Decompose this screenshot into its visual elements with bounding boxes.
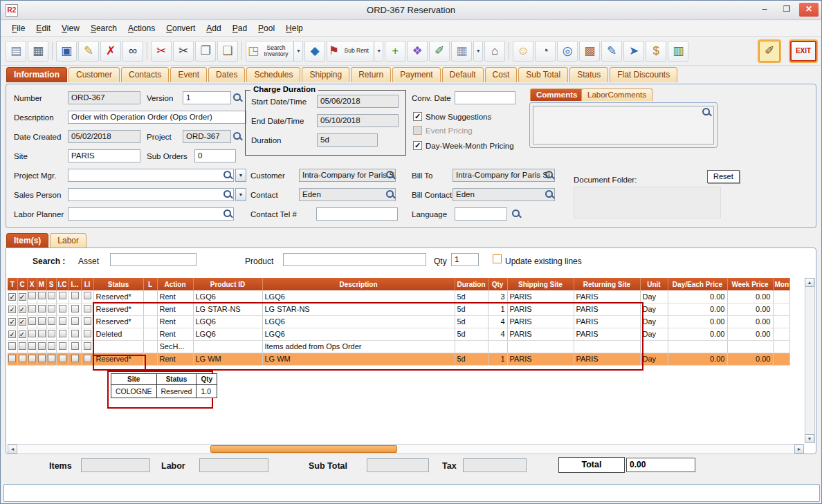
tab-shipping[interactable]: Shipping — [302, 67, 349, 82]
cell-action[interactable]: SecH... — [157, 340, 193, 353]
cell-product_id[interactable]: LG STAR-NS — [193, 303, 262, 315]
tab-payment[interactable]: Payment — [392, 67, 440, 82]
cell-action[interactable]: Rent — [157, 353, 193, 365]
row-checkbox[interactable] — [71, 355, 79, 362]
column-header[interactable]: Month — [773, 278, 789, 290]
column-header[interactable]: Week Price — [727, 278, 773, 290]
row-checkbox[interactable] — [48, 317, 55, 325]
scroll-down-arrow-icon[interactable]: ▼ — [805, 434, 814, 443]
cell-l[interactable] — [143, 315, 157, 328]
cell-product_id[interactable]: LG WM — [193, 353, 262, 365]
row-checkbox[interactable] — [59, 342, 66, 350]
row-checkbox[interactable] — [48, 342, 55, 350]
cell-duration[interactable]: 5d — [455, 315, 488, 328]
tab-contacts[interactable]: Contacts — [121, 67, 169, 82]
end-date-field[interactable]: 05/10/2018 — [317, 114, 399, 127]
table-row[interactable]: ✓✓Reserved*RentLGQ6LGQ65d4PARISPARISDay0… — [8, 315, 789, 328]
cell-duration[interactable]: 5d — [455, 328, 488, 340]
bill-to-search-icon[interactable] — [545, 170, 554, 180]
language-field[interactable] — [455, 207, 507, 221]
cell-shipping_site[interactable]: PARIS — [507, 303, 574, 315]
cell-day_price[interactable]: 0.00 — [668, 290, 727, 303]
row-checkbox[interactable] — [71, 330, 79, 337]
toolbar-button-find[interactable]: ∞ — [122, 41, 143, 62]
menu-item-convert[interactable]: Convert — [161, 22, 201, 35]
column-header[interactable]: I.I — [81, 278, 93, 290]
labor-planner-search-icon[interactable] — [223, 209, 232, 218]
conv-date-field[interactable] — [455, 91, 515, 104]
row-checkbox[interactable]: ✓ — [19, 293, 26, 301]
cell-month[interactable] — [773, 290, 789, 303]
toolbar-button-pad[interactable]: ▦ — [451, 41, 472, 62]
sub-orders-field[interactable]: 0 — [194, 149, 236, 162]
cell-week_price[interactable] — [727, 340, 773, 353]
row-checkbox[interactable] — [59, 305, 66, 312]
toolbar-button-smiley[interactable]: ☺ — [513, 41, 533, 62]
row-checkbox[interactable] — [38, 342, 46, 350]
tab-sub-total[interactable]: Sub Total — [518, 67, 568, 82]
row-checkbox[interactable] — [38, 305, 46, 312]
column-header[interactable]: C — [17, 278, 27, 290]
cell-shipping_site[interactable]: PARIS — [507, 328, 574, 340]
cell-duration[interactable] — [455, 340, 488, 353]
cell-qty[interactable]: 1 — [488, 303, 507, 315]
scroll-left-arrow-icon[interactable]: ◄ — [8, 445, 17, 454]
version-field[interactable]: 1 — [183, 91, 231, 104]
row-checkbox[interactable] — [59, 292, 66, 299]
menu-item-add[interactable]: Add — [201, 22, 226, 35]
cell-l[interactable] — [143, 328, 157, 340]
toolbar-button-site[interactable]: ⌂ — [484, 41, 505, 62]
tab-dates[interactable]: Dates — [208, 67, 245, 82]
cell-description[interactable]: Items added from Ops Order — [262, 340, 455, 353]
toolbar-button-new-document[interactable]: ▤ — [6, 41, 26, 62]
column-header[interactable]: X — [27, 278, 37, 290]
column-header[interactable]: Product ID — [193, 278, 262, 290]
row-checkbox[interactable] — [38, 355, 46, 362]
cell-status[interactable]: Deleted — [93, 328, 143, 340]
column-header[interactable]: S — [46, 278, 56, 290]
sales-person-field[interactable] — [68, 188, 234, 201]
cell-month[interactable] — [773, 315, 789, 328]
row-checkbox[interactable] — [84, 330, 91, 337]
toolbar-button-edit[interactable]: ✎ — [78, 41, 99, 62]
cell-status[interactable]: Reserved* — [93, 303, 143, 315]
column-header[interactable]: Returning Site — [574, 278, 640, 290]
contact-field[interactable]: Eden — [299, 188, 396, 201]
vertical-scrollbar[interactable]: ▲ ▼ — [805, 278, 815, 443]
site-field[interactable]: PARIS — [68, 149, 140, 162]
column-header[interactable]: L — [143, 278, 157, 290]
cell-week_price[interactable]: 0.00 — [727, 353, 773, 365]
duration-field[interactable]: 5d — [317, 133, 378, 147]
toolbar-button-paste[interactable]: ❑ — [217, 41, 238, 62]
cell-unit[interactable]: Day — [640, 303, 668, 315]
tab-flat-discounts[interactable]: Flat Discounts — [610, 67, 677, 82]
column-header[interactable]: Qty — [488, 278, 507, 290]
toolbar-button-print[interactable]: ▦ — [28, 41, 48, 62]
cell-unit[interactable]: Day — [640, 315, 668, 328]
cell-month[interactable] — [773, 353, 789, 365]
row-checkbox[interactable] — [59, 330, 66, 337]
cell-description[interactable]: LGQ6 — [262, 315, 455, 328]
sales-person-search-icon[interactable] — [223, 189, 232, 199]
cell-qty[interactable]: 4 — [488, 328, 507, 340]
table-row[interactable]: SecH...Items added from Ops Order — [8, 340, 789, 353]
row-checkbox[interactable] — [28, 330, 36, 337]
sales-person-dropdown[interactable]: ▼ — [235, 188, 246, 201]
toolbar-button-transfer[interactable]: ➤ — [623, 41, 644, 62]
row-checkbox[interactable]: ✓ — [19, 330, 26, 338]
project-mgr-field[interactable] — [68, 169, 234, 182]
document-folder-box[interactable] — [574, 187, 721, 218]
project-mgr-search-icon[interactable] — [223, 170, 232, 180]
row-checkbox[interactable] — [8, 342, 16, 350]
cell-action[interactable]: Rent — [157, 303, 193, 315]
column-header[interactable]: I.C — [56, 278, 68, 290]
toolbar-button-search-inventory[interactable]: ◳Search Inventory▼ — [246, 41, 303, 62]
cell-qty[interactable]: 1 — [488, 353, 507, 365]
bill-contact-field[interactable]: Eden — [453, 188, 555, 201]
menu-item-edit[interactable]: Edit — [30, 22, 56, 35]
tab-event[interactable]: Event — [170, 67, 207, 82]
toolbar-button-pour[interactable]: ◆ — [304, 41, 325, 62]
row-checkbox[interactable] — [71, 317, 79, 325]
tab-cost[interactable]: Cost — [485, 67, 518, 82]
toolbar-button-finance[interactable]: $ — [646, 41, 666, 62]
